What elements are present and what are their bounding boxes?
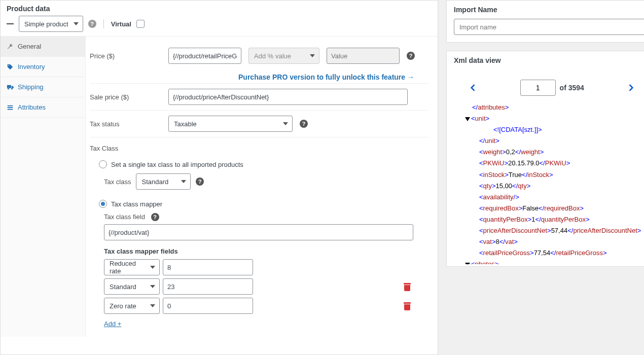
prev-arrow-icon[interactable] xyxy=(468,83,478,93)
sale-price-input[interactable] xyxy=(168,89,408,105)
radio-single-tax[interactable] xyxy=(99,160,107,168)
virtual-label: Virtual xyxy=(111,20,131,28)
mapper-class-select[interactable]: Standard xyxy=(104,278,160,295)
mapper-value-input[interactable] xyxy=(163,278,253,295)
tax-status-select[interactable]: Taxable xyxy=(168,116,293,132)
xml-data-view-box: Xml data view of 3594 </attributes> <uni… xyxy=(446,51,644,267)
virtual-checkbox[interactable] xyxy=(136,20,145,28)
tax-class-heading: Tax Class xyxy=(90,139,428,158)
help-icon[interactable]: ? xyxy=(88,20,96,28)
xml-tree[interactable]: </attributes> <unit> <![CDATA[szt.]]> </… xyxy=(454,102,644,264)
divider xyxy=(103,19,104,28)
tax-class-label: Tax class xyxy=(104,178,131,186)
mapper-row: Reduced rate xyxy=(104,259,428,275)
mapper-row: Standard xyxy=(104,278,428,295)
mapper-fields-label: Tax class mapper fields xyxy=(104,247,428,255)
general-panel: Price ($) Add % value ? Purchase PRO ver… xyxy=(86,37,438,337)
trash-icon[interactable] xyxy=(403,301,411,310)
radio-mapper-label: Tax class mapper xyxy=(111,200,162,208)
radio-tax-mapper[interactable] xyxy=(99,200,107,208)
price-percent-select[interactable]: Add % value xyxy=(248,48,319,64)
mapper-value-input[interactable] xyxy=(163,298,253,314)
mapper-class-select[interactable]: Reduced rate xyxy=(104,259,160,275)
help-icon[interactable]: ? xyxy=(300,120,308,128)
import-name-input[interactable] xyxy=(454,19,644,35)
help-icon[interactable]: ? xyxy=(407,52,415,60)
product-type-select[interactable]: Simple product xyxy=(19,16,83,32)
price-label: Price ($) xyxy=(90,52,168,60)
help-icon[interactable]: ? xyxy=(196,178,204,186)
import-name-label: Import Name xyxy=(454,1,644,19)
tax-class-field-input[interactable] xyxy=(104,224,413,240)
truck-icon xyxy=(7,84,14,91)
tab-shipping[interactable]: Shipping xyxy=(1,77,85,97)
product-data-panel: Product data Simple product ? Virtual Ge… xyxy=(0,0,438,355)
tab-inventory[interactable]: Inventory xyxy=(1,57,85,77)
collapse-icon[interactable] xyxy=(7,23,14,24)
sale-price-label: Sale price ($) xyxy=(90,93,168,101)
pro-upsell-link[interactable]: Purchase PRO version to fully unlock thi… xyxy=(90,69,428,83)
tax-class-field-label: Tax class field xyxy=(104,213,145,221)
page-number-input[interactable] xyxy=(520,80,556,96)
price-input[interactable] xyxy=(168,48,241,64)
radio-single-label: Set a single tax class to all imported p… xyxy=(111,161,243,168)
collapse-icon[interactable] xyxy=(465,117,470,121)
sidebar: Import Name Xml data view of 3594 </attr… xyxy=(438,0,644,355)
mapper-row: Zero rate xyxy=(104,298,428,314)
help-icon[interactable]: ? xyxy=(151,213,159,221)
tab-attributes[interactable]: Attributes xyxy=(1,97,85,118)
import-name-box: Import Name xyxy=(446,0,644,43)
xml-view-label: Xml data view xyxy=(454,51,644,69)
next-arrow-icon[interactable] xyxy=(626,83,636,93)
mapper-value-input[interactable] xyxy=(163,259,253,275)
tabs-list: General Inventory Shipping Attributes xyxy=(1,37,86,337)
mapper-class-select[interactable]: Zero rate xyxy=(104,298,160,314)
price-value-input[interactable] xyxy=(327,48,400,64)
page-total: of 3594 xyxy=(560,84,584,92)
collapse-icon[interactable] xyxy=(465,263,470,264)
trash-icon[interactable] xyxy=(403,282,411,291)
list-icon xyxy=(7,104,14,111)
tab-general[interactable]: General xyxy=(1,37,85,57)
tax-class-select[interactable]: Standard xyxy=(136,173,191,190)
wrench-icon xyxy=(7,43,14,50)
tax-status-label: Tax status xyxy=(90,120,168,128)
tag-icon xyxy=(7,63,14,70)
panel-title: Product data xyxy=(7,5,432,13)
add-mapper-link[interactable]: Add + xyxy=(104,320,121,328)
